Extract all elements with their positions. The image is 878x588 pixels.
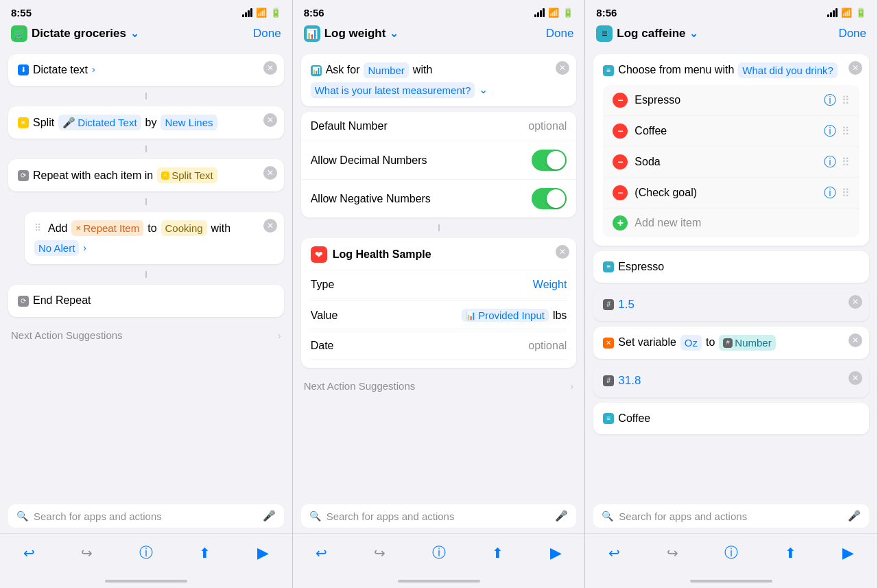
repeat-close[interactable]: ✕ bbox=[263, 166, 277, 180]
measurement-token[interactable]: What is your latest measurement? bbox=[311, 82, 475, 98]
repeat-item-token[interactable]: ✕ Repeat Item bbox=[71, 220, 143, 236]
status-bar-1: 8:55 📶 🔋 bbox=[0, 0, 292, 23]
espresso-drag[interactable]: ⠿ bbox=[842, 94, 850, 107]
nav-icon-3: ≡ bbox=[596, 25, 613, 42]
new-lines-token[interactable]: New Lines bbox=[161, 115, 217, 130]
nav-title-2: 📊 Log weight ⌄ bbox=[304, 25, 399, 42]
number-token-var[interactable]: # Number bbox=[719, 335, 775, 351]
connector-line-3 bbox=[145, 198, 147, 205]
redo-button-2[interactable]: ↪ bbox=[368, 542, 391, 564]
allow-decimal-toggle[interactable] bbox=[532, 150, 567, 171]
info-button-2[interactable]: ⓘ bbox=[427, 541, 451, 565]
repeat-item-icon: ✕ bbox=[75, 224, 81, 233]
search-bar-1[interactable]: 🔍 Search for apps and actions 🎤 bbox=[8, 504, 284, 528]
check-goal-drag[interactable]: ⠿ bbox=[842, 187, 850, 200]
list-item-soda: − Soda ⓘ ⠿ bbox=[603, 147, 859, 178]
mic-search-icon-2[interactable]: 🎤 bbox=[555, 510, 568, 522]
remove-espresso[interactable]: − bbox=[613, 93, 628, 108]
dictate-icon: ⬇ bbox=[18, 64, 29, 75]
soda-info[interactable]: ⓘ bbox=[824, 154, 836, 170]
next-actions-2[interactable]: Next Action Suggestions › bbox=[301, 373, 577, 399]
toolbar-3: ↩ ↪ ⓘ ⬆ ▶ bbox=[585, 533, 877, 574]
coffee-info[interactable]: ⓘ bbox=[824, 123, 836, 139]
oz-token[interactable]: Oz bbox=[680, 335, 702, 351]
panel-log-caffeine: 8:56 📶 🔋 ≡ Log caffeine ⌄ Done ≡ Choose … bbox=[585, 0, 878, 588]
split-text-card: ≡ Split 🎤 Dictated Text by New Lines ✕ bbox=[8, 106, 284, 139]
number-close-2[interactable]: ✕ bbox=[849, 371, 862, 385]
remove-coffee[interactable]: − bbox=[613, 124, 628, 139]
nav-done-2[interactable]: Done bbox=[546, 27, 574, 40]
allow-negative-toggle[interactable] bbox=[532, 188, 567, 209]
mic-search-icon-1[interactable]: 🎤 bbox=[263, 510, 276, 522]
connector-line-2 bbox=[145, 145, 147, 152]
play-button-2[interactable]: ▶ bbox=[545, 541, 567, 565]
add-item-close[interactable]: ✕ bbox=[263, 219, 277, 233]
info-button-1[interactable]: ⓘ bbox=[134, 541, 158, 565]
share-button-1[interactable]: ⬆ bbox=[193, 542, 216, 564]
undo-button-2[interactable]: ↩ bbox=[310, 542, 333, 564]
value-label-health: Value bbox=[311, 309, 338, 322]
bar4-3 bbox=[835, 8, 838, 17]
add-new-icon[interactable]: + bbox=[613, 215, 628, 231]
repeat-label: Repeat with each item in bbox=[33, 168, 153, 183]
undo-button-3[interactable]: ↩ bbox=[603, 542, 626, 564]
log-health-close[interactable]: ✕ bbox=[556, 245, 569, 259]
info-button-3[interactable]: ⓘ bbox=[719, 541, 744, 565]
nav-title-3: ≡ Log caffeine ⌄ bbox=[596, 25, 698, 42]
status-time-2: 8:56 bbox=[304, 7, 324, 19]
play-button-1[interactable]: ▶ bbox=[252, 541, 274, 565]
nav-bar-3: ≡ Log caffeine ⌄ Done bbox=[585, 23, 877, 49]
bar1-3 bbox=[827, 14, 829, 17]
nav-chevron-3[interactable]: ⌄ bbox=[689, 27, 698, 40]
mic-search-icon-3[interactable]: 🎤 bbox=[848, 510, 861, 522]
redo-button-1[interactable]: ↪ bbox=[75, 542, 98, 564]
wifi-icon-1: 📶 bbox=[256, 8, 267, 18]
choose-menu-row: ≡ Choose from menu with What did you dri… bbox=[603, 62, 859, 78]
default-number-label: Default Number bbox=[311, 120, 388, 132]
dictate-arrow[interactable]: › bbox=[92, 63, 95, 77]
set-var-close[interactable]: ✕ bbox=[849, 333, 862, 347]
nav-done-3[interactable]: Done bbox=[838, 27, 866, 40]
no-alert-token[interactable]: No Alert bbox=[34, 240, 79, 256]
choose-icon: ≡ bbox=[603, 65, 614, 76]
dictated-text-token[interactable]: 🎤 Dictated Text bbox=[58, 115, 141, 130]
hash-icon-var: # bbox=[723, 338, 733, 348]
nav-chevron-2[interactable]: ⌄ bbox=[390, 27, 399, 40]
bar2-3 bbox=[830, 12, 832, 17]
remove-check-goal[interactable]: − bbox=[613, 185, 628, 200]
drink-token[interactable]: What did you drink? bbox=[738, 62, 838, 78]
choose-close[interactable]: ✕ bbox=[849, 61, 862, 75]
search-bar-2[interactable]: 🔍 Search for apps and actions 🎤 bbox=[301, 504, 577, 528]
signal-bars-2 bbox=[534, 8, 545, 17]
nav-chevron-1[interactable]: ⌄ bbox=[130, 27, 139, 40]
share-button-2[interactable]: ⬆ bbox=[486, 542, 509, 564]
nav-done-1[interactable]: Done bbox=[253, 27, 281, 40]
play-button-3[interactable]: ▶ bbox=[837, 541, 859, 565]
split-close[interactable]: ✕ bbox=[263, 113, 277, 127]
type-value[interactable]: Weight bbox=[533, 279, 567, 291]
add-item-arrow[interactable]: › bbox=[83, 242, 86, 255]
share-button-3[interactable]: ⬆ bbox=[779, 542, 802, 564]
espresso-info[interactable]: ⓘ bbox=[824, 92, 836, 108]
coffee-drag[interactable]: ⠿ bbox=[842, 125, 850, 138]
cooking-token[interactable]: Cooking bbox=[161, 220, 207, 236]
search-bar-3[interactable]: 🔍 Search for apps and actions 🎤 bbox=[593, 504, 869, 528]
number-close-1[interactable]: ✕ bbox=[849, 295, 862, 309]
next-actions-1[interactable]: Next Action Suggestions › bbox=[8, 322, 284, 348]
undo-button-1[interactable]: ↩ bbox=[18, 542, 40, 564]
ask-chevron[interactable]: ⌄ bbox=[479, 82, 488, 97]
provided-input-token[interactable]: 📊 Provided Input bbox=[462, 309, 549, 322]
remove-soda[interactable]: − bbox=[613, 154, 628, 169]
redo-button-3[interactable]: ↪ bbox=[661, 542, 684, 564]
date-row: Date optional bbox=[311, 333, 567, 360]
battery-icon-3: 🔋 bbox=[855, 8, 866, 18]
dictate-close[interactable]: ✕ bbox=[263, 61, 277, 75]
soda-drag[interactable]: ⠿ bbox=[842, 156, 850, 169]
check-goal-info[interactable]: ⓘ bbox=[824, 185, 836, 201]
split-text-token[interactable]: ≡ Split Text bbox=[157, 167, 217, 183]
number-value-2: 31.8 bbox=[618, 373, 641, 389]
bar2 bbox=[245, 12, 247, 17]
list-item-add-new[interactable]: + Add new item bbox=[603, 209, 859, 237]
ask-close[interactable]: ✕ bbox=[556, 61, 569, 75]
number-token[interactable]: Number bbox=[364, 62, 408, 78]
